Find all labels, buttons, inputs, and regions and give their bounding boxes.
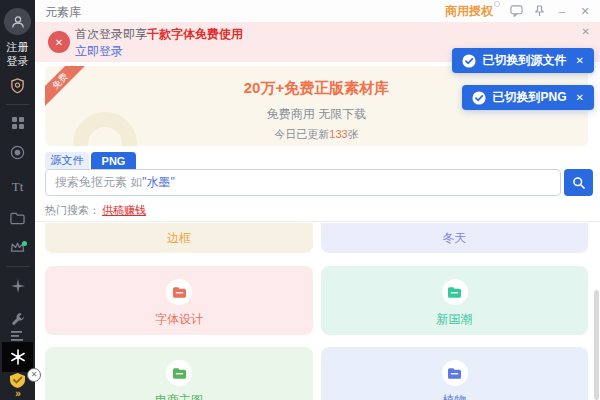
license-text: 商用授权 xyxy=(445,4,493,18)
hot-search-row: 热门搜索：供稿赚钱 xyxy=(45,203,146,218)
dismiss-icon[interactable]: ✕ xyxy=(27,368,41,382)
category-label: 冬天 xyxy=(443,230,467,247)
check-circle-icon xyxy=(462,54,476,68)
license-label[interactable]: 商用授权 xyxy=(445,3,500,20)
section-divider xyxy=(35,221,600,222)
login-line1: 注册 xyxy=(0,40,35,54)
sidebar-divider xyxy=(6,104,29,105)
stats-icon[interactable] xyxy=(0,331,35,342)
pin-icon[interactable] xyxy=(532,5,546,17)
toast-text: 已切换到源文件 xyxy=(483,52,567,69)
toast-close-icon[interactable]: ✕ xyxy=(576,92,584,103)
notice-close-icon[interactable]: ✕ xyxy=(582,26,590,37)
snowflake-icon xyxy=(10,349,26,365)
font-tool-icon[interactable]: Tt xyxy=(0,179,35,195)
notice-highlight: 千款字体免费使用 xyxy=(147,27,243,41)
category-label: 植物 xyxy=(443,392,467,400)
folder-icon xyxy=(173,287,186,298)
crown-icon[interactable] xyxy=(0,241,35,253)
login-now-link[interactable]: 立即登录 xyxy=(75,43,123,60)
collapse-chevrons[interactable]: » xyxy=(0,388,35,399)
category-card-plants[interactable]: 植物 xyxy=(321,347,588,400)
search-placeholder-keyword: "水墨" xyxy=(142,174,175,191)
category-card-font-design[interactable]: 字体设计 xyxy=(45,266,313,335)
category-label: 新国潮 xyxy=(437,311,473,328)
scrollbar-thumb[interactable] xyxy=(594,290,599,400)
minimize-button[interactable]: – xyxy=(555,5,569,17)
search-button[interactable] xyxy=(564,169,593,196)
page-title: 元素库 xyxy=(45,4,81,21)
alert-x-icon: ✕ xyxy=(48,31,70,53)
vip-shield-icon[interactable] xyxy=(0,78,35,94)
avatar[interactable] xyxy=(4,8,31,35)
notice-prefix: 首次登录即享 xyxy=(75,27,147,41)
toast-close-icon[interactable]: ✕ xyxy=(576,55,584,66)
close-button[interactable]: ✕ xyxy=(578,5,592,18)
category-card-ecommerce[interactable]: 电商主图 xyxy=(45,347,313,400)
toast-text: 已切换到PNG xyxy=(493,89,567,106)
category-card-border[interactable]: 边框 xyxy=(45,223,313,253)
folder-icon xyxy=(448,368,461,379)
folder-tool-icon[interactable] xyxy=(0,212,35,225)
promo-update-line: 今日已更新133张 xyxy=(45,127,588,142)
user-icon xyxy=(10,14,26,30)
login-line2: 登录 xyxy=(0,54,35,68)
app-window: 注册 登录 Tt xyxy=(0,0,600,400)
folder-icon xyxy=(173,368,186,379)
free-badge-icon[interactable] xyxy=(0,145,35,160)
titlebar: 元素库 商用授权 – ✕ xyxy=(35,0,600,22)
folder-icon xyxy=(448,287,461,298)
wrench-icon[interactable] xyxy=(0,312,35,326)
notice-text: 首次登录即享千款字体免费使用 xyxy=(75,26,243,43)
apps-grid-icon[interactable] xyxy=(0,116,35,130)
license-badge-icon xyxy=(494,1,500,7)
toast-png: 已切换到PNG ✕ xyxy=(462,85,594,110)
category-card-winter[interactable]: 冬天 xyxy=(321,223,588,253)
hot-search-label: 热门搜索： xyxy=(45,204,100,216)
search-icon xyxy=(572,176,586,190)
check-circle-icon xyxy=(472,91,486,105)
login-register-button[interactable]: 注册 登录 xyxy=(0,40,35,68)
notification-dot xyxy=(22,241,27,246)
update-prefix: 今日已更新 xyxy=(274,128,329,140)
tab-source-file[interactable]: 源文件 xyxy=(45,152,89,169)
category-label: 字体设计 xyxy=(155,311,203,328)
update-suffix: 张 xyxy=(348,128,359,140)
category-label: 电商主图 xyxy=(155,392,203,400)
search-placeholder: 搜索免抠元素 如 xyxy=(55,174,142,191)
category-label: 边框 xyxy=(167,230,191,247)
toast-source-file: 已切换到源文件 ✕ xyxy=(452,48,594,73)
sidebar-divider xyxy=(6,266,29,267)
sidebar-item-elements-active[interactable] xyxy=(2,342,33,372)
magic-wand-icon[interactable] xyxy=(0,279,35,293)
search-input[interactable]: 搜索免抠元素 如"水墨" xyxy=(45,169,561,196)
tab-png[interactable]: PNG xyxy=(91,152,136,169)
category-card-new-chinese[interactable]: 新国潮 xyxy=(321,266,588,335)
update-count: 133 xyxy=(329,128,347,140)
hot-search-link[interactable]: 供稿赚钱 xyxy=(102,204,146,216)
sidebar: 注册 登录 Tt xyxy=(0,0,35,400)
feedback-icon[interactable] xyxy=(509,5,523,17)
